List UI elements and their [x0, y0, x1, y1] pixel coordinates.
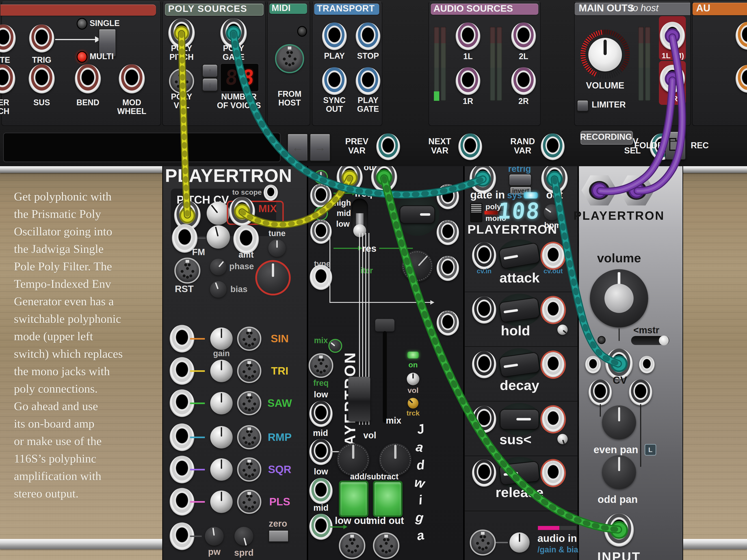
decay-cv-out-jack[interactable] [542, 352, 564, 377]
res-knob[interactable] [402, 250, 433, 282]
sprd-knob[interactable] [234, 527, 253, 546]
mid-out-button[interactable] [373, 481, 403, 517]
voices-down-button[interactable]: ↓ [202, 78, 218, 91]
prev-patch-button[interactable]: ← [287, 134, 308, 161]
amp-cv-side-jack-r[interactable] [639, 356, 655, 373]
filter-low-in-jack-1[interactable] [309, 401, 333, 427]
filter-fader-handle[interactable] [348, 377, 370, 422]
sin-poly-jack[interactable] [237, 327, 261, 351]
filter-cv2-jack[interactable] [310, 219, 332, 244]
hold-cv-in-jack[interactable] [472, 297, 496, 324]
attack-cv-out-jack[interactable] [542, 243, 564, 268]
audio-in-gain-knob[interactable] [510, 532, 530, 553]
stop-jack[interactable] [356, 22, 380, 50]
tri-poly-jack[interactable] [237, 359, 261, 383]
midi-din-jack[interactable] [275, 44, 304, 73]
filter-vol-mini-knob[interactable] [407, 373, 419, 385]
filter-mix-knob[interactable] [379, 443, 412, 476]
even-pan-cv-jack[interactable] [589, 379, 612, 405]
sus-cv-in-jack[interactable] [472, 406, 496, 433]
osc-main-knob[interactable] [257, 262, 289, 294]
mod-wheel-jack[interactable] [119, 64, 145, 94]
zero-button[interactable] [268, 530, 289, 542]
filter-cv2-knob[interactable] [315, 208, 327, 219]
next-var-jack[interactable] [458, 134, 482, 160]
freq-cv-din-jack[interactable] [309, 353, 333, 378]
pls-poly-jack[interactable] [237, 490, 261, 514]
decay-cv-in-jack[interactable] [472, 351, 496, 378]
audio-1l-jack[interactable] [456, 22, 480, 50]
sus-mini-knob[interactable] [558, 434, 568, 444]
play-jack[interactable] [322, 22, 347, 50]
on-led[interactable] [408, 352, 419, 358]
attack-cv-in-jack[interactable] [472, 242, 496, 269]
retrig-button[interactable] [509, 174, 532, 186]
pw-knob[interactable] [205, 527, 224, 546]
poly-mono-switch[interactable] [470, 203, 482, 222]
sync-out-jack[interactable] [322, 67, 347, 95]
bend-jack[interactable] [75, 64, 101, 94]
rst-din-jack[interactable] [174, 258, 200, 284]
tune-knob[interactable] [268, 239, 286, 257]
mix-out-jack[interactable] [229, 197, 255, 226]
hold-cv-out-jack[interactable] [542, 297, 564, 323]
filter-vol-knob[interactable] [337, 443, 369, 476]
release-cv-in-jack[interactable] [472, 460, 496, 487]
low-out-poly-jack[interactable] [339, 532, 365, 559]
mstr-toggle-knob[interactable] [659, 336, 669, 345]
next-patch-button[interactable]: → [310, 134, 330, 161]
filter-out-jack[interactable] [371, 163, 397, 192]
audio-2r-jack[interactable] [511, 67, 536, 95]
audio-in-poly-jack[interactable] [470, 530, 496, 556]
main-out-l-jack[interactable] [660, 22, 685, 50]
rand-var-jack[interactable] [541, 134, 565, 160]
filter-cv1-jack[interactable] [310, 184, 332, 208]
amp-input-jack[interactable] [604, 513, 634, 546]
pitch-cv-knob[interactable] [207, 202, 230, 225]
main-volume-knob[interactable] [588, 38, 622, 72]
sus-jack[interactable] [29, 64, 55, 94]
trck-knob[interactable] [408, 398, 418, 408]
filter-mid-in-jack-1[interactable] [309, 439, 333, 465]
sqr-poly-jack[interactable] [237, 457, 261, 482]
release-knob[interactable] [499, 461, 540, 485]
filter-right-jack-2[interactable] [437, 220, 459, 245]
tri-gain-knob[interactable] [210, 360, 233, 382]
saw-poly-jack[interactable] [237, 391, 261, 415]
type-jack[interactable] [310, 265, 332, 290]
filter-cv1-knob[interactable] [315, 171, 327, 183]
play-gate-jack[interactable] [356, 67, 380, 95]
audio-1r-jack[interactable] [456, 67, 480, 95]
fm-amt-jack[interactable] [233, 225, 259, 254]
rmp-gain-knob[interactable] [210, 426, 233, 449]
phase-knob[interactable] [210, 259, 227, 275]
fm-knob[interactable] [207, 225, 230, 249]
trig-jack[interactable] [29, 24, 54, 52]
audio-2l-jack[interactable] [511, 22, 536, 50]
amp-cv-side-jack-l[interactable] [585, 356, 601, 373]
saw-gain-knob[interactable] [210, 392, 233, 415]
bpm-knob[interactable] [544, 204, 560, 220]
l-badge[interactable]: L [645, 444, 656, 456]
release-cv-out-jack[interactable] [542, 460, 564, 486]
mix-cv-knob[interactable] [330, 340, 341, 352]
even-pan-knob[interactable] [602, 405, 636, 439]
poly-vel-din-jack[interactable] [169, 69, 194, 94]
hold-mini-knob[interactable] [558, 325, 568, 335]
rmp-poly-jack[interactable] [237, 425, 261, 449]
filter-mode-selector[interactable] [400, 206, 435, 224]
filter-low-in-jack-2[interactable] [309, 478, 333, 504]
amp-volume-knob[interactable] [590, 269, 648, 327]
to-scope-jack[interactable] [263, 185, 278, 201]
filter-mid-in-jack-2[interactable] [309, 514, 333, 540]
mid-out-poly-jack[interactable] [373, 532, 400, 559]
voices-up-button[interactable]: ↑ [202, 64, 218, 78]
bias-knob[interactable] [210, 281, 227, 298]
low-out-button[interactable] [339, 481, 368, 517]
mix-fader-handle[interactable] [375, 319, 394, 331]
filter-right-jack-1[interactable] [437, 184, 459, 209]
filter-right-jack-4[interactable] [437, 311, 459, 336]
sus-knob[interactable] [500, 409, 539, 430]
filter-in-jack[interactable] [337, 163, 363, 192]
prev-var-jack[interactable] [376, 134, 400, 160]
